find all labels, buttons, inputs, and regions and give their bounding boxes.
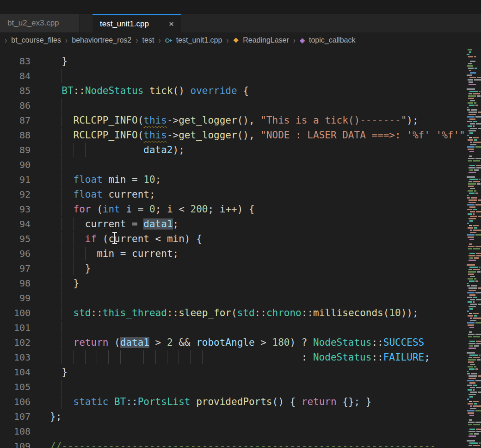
minimap-line	[466, 336, 481, 337]
tab-bt-u2-ex3[interactable]: bt_u2_ex3.cpp	[0, 14, 80, 32]
minimap-line	[466, 387, 481, 388]
code-line[interactable]: 105	[0, 380, 466, 394]
minimap-line	[466, 137, 481, 138]
breadcrumb-item-file[interactable]: test_unit1.cpp	[176, 36, 222, 44]
minimap-line	[466, 84, 481, 85]
minimap-line	[466, 118, 481, 120]
indent-guide	[74, 232, 74, 246]
minimap-line	[466, 341, 481, 342]
chevron-right-icon: ›	[5, 35, 7, 45]
minimap-line	[466, 297, 481, 298]
code-line[interactable]: 87 RCLCPP_INFO(this->get_logger(), "This…	[0, 113, 466, 128]
minimap-line	[466, 343, 481, 344]
minimap-line	[466, 274, 481, 275]
minimap-line	[466, 248, 481, 249]
code-line[interactable]: 107};	[0, 409, 466, 424]
line-number: 107	[0, 409, 31, 424]
minimap-line	[466, 149, 481, 150]
minimap-line	[466, 158, 481, 159]
indent-guide	[62, 232, 62, 246]
code-line[interactable]: 100 std::this_thread::sleep_for(std::chr…	[0, 305, 466, 320]
indent-guide	[190, 350, 191, 364]
code-line[interactable]: 99	[0, 291, 466, 305]
minimap-line	[466, 255, 481, 256]
minimap-line	[466, 276, 481, 277]
code-line[interactable]: 93 for (int i = 0; i < 200; i++) {	[0, 202, 466, 217]
tab-test-unit1[interactable]: test_unit1.cpp ×	[92, 14, 181, 32]
breadcrumb-item-bt-course-files[interactable]: bt_course_files	[11, 36, 61, 44]
minimap-line	[466, 179, 481, 180]
code-line[interactable]: 102 return (data1 > 2 && robotAngle > 18…	[0, 335, 466, 350]
code-line[interactable]: 91 float min = 10;	[0, 172, 466, 187]
minimap-line	[466, 350, 481, 351]
minimap-line	[466, 438, 481, 439]
indent-guide	[202, 350, 203, 364]
breadcrumb-item-readinglaser[interactable]: ReadingLaser	[243, 36, 289, 44]
code-line[interactable]: 96 min = current;	[0, 246, 466, 261]
code-line[interactable]: 90	[0, 157, 466, 172]
minimap-line	[466, 195, 481, 196]
code-line[interactable]: 108	[0, 424, 466, 439]
minimap-line	[466, 401, 481, 402]
close-icon[interactable]: ×	[169, 19, 174, 28]
minimap-line	[466, 294, 481, 296]
minimap-line	[466, 269, 481, 270]
minimap-line	[466, 197, 481, 199]
minimap-line	[466, 357, 481, 358]
code-line[interactable]: 86	[0, 98, 466, 113]
indent-guide	[179, 350, 179, 364]
code-line[interactable]: 92 float current;	[0, 187, 466, 202]
minimap-line	[466, 373, 481, 374]
code-line[interactable]: 89 data2);	[0, 143, 466, 157]
minimap-line	[466, 51, 481, 53]
minimap-line	[466, 172, 481, 173]
code-line[interactable]: 103 : NodeStatus::FAILURE;	[0, 350, 466, 365]
indent-guide	[62, 173, 62, 187]
code-line[interactable]: 95 if (current < min) {	[0, 231, 466, 246]
indent-guide	[62, 306, 62, 320]
code-area[interactable]: 83 }8485 BT::NodeStatus tick() override …	[0, 48, 466, 448]
code-line[interactable]: 109//-----------------------------------…	[0, 439, 466, 448]
code-line[interactable]: 94 current = data1;	[0, 217, 466, 231]
class-symbol-icon: ❖	[233, 37, 239, 44]
line-number: 88	[0, 128, 31, 143]
code-line[interactable]: 104 }	[0, 365, 466, 380]
minimap-line	[466, 403, 481, 404]
minimap-line	[466, 61, 481, 62]
minimap-line	[466, 382, 481, 384]
minimap-line	[466, 98, 481, 99]
indent-guide	[62, 395, 62, 409]
indent-guide	[74, 217, 74, 231]
minimap-line	[466, 181, 481, 182]
code-line[interactable]: 83 }	[0, 54, 466, 68]
minimap-line	[466, 88, 481, 90]
breadcrumb-item-behaviortree-ros2[interactable]: behaviortree_ros2	[72, 36, 131, 44]
minimap-line	[466, 130, 481, 131]
code-line[interactable]: 101	[0, 320, 466, 335]
breadcrumb-item-topic-callback[interactable]: topic_callback	[309, 36, 356, 44]
code-line[interactable]: 98 }	[0, 276, 466, 291]
line-number: 96	[0, 246, 31, 261]
line-number: 100	[0, 305, 31, 320]
code-line[interactable]: 84	[0, 68, 466, 83]
minimap-line	[466, 65, 481, 67]
indent-guide	[62, 187, 62, 201]
minimap-line	[466, 442, 481, 444]
breadcrumb-item-test[interactable]: test	[142, 36, 154, 44]
code-line[interactable]: 106 static BT::PortsList providedPorts()…	[0, 394, 466, 409]
minimap-line	[466, 93, 481, 94]
line-number: 95	[0, 231, 31, 246]
minimap[interactable]	[466, 48, 481, 448]
code-line[interactable]: 88 RCLCPP_INFO(this->get_logger(), "NODE…	[0, 128, 466, 143]
minimap-line	[466, 410, 481, 411]
minimap-line	[466, 75, 481, 76]
indent-guide	[62, 380, 62, 394]
line-number: 102	[0, 335, 31, 350]
minimap-line	[466, 429, 481, 430]
code-line[interactable]: 85 BT::NodeStatus tick() override {	[0, 83, 466, 98]
indent-guide	[62, 261, 62, 275]
line-number: 99	[0, 291, 31, 305]
minimap-line	[466, 394, 481, 395]
minimap-line	[466, 234, 481, 236]
code-line[interactable]: 97 }	[0, 261, 466, 276]
